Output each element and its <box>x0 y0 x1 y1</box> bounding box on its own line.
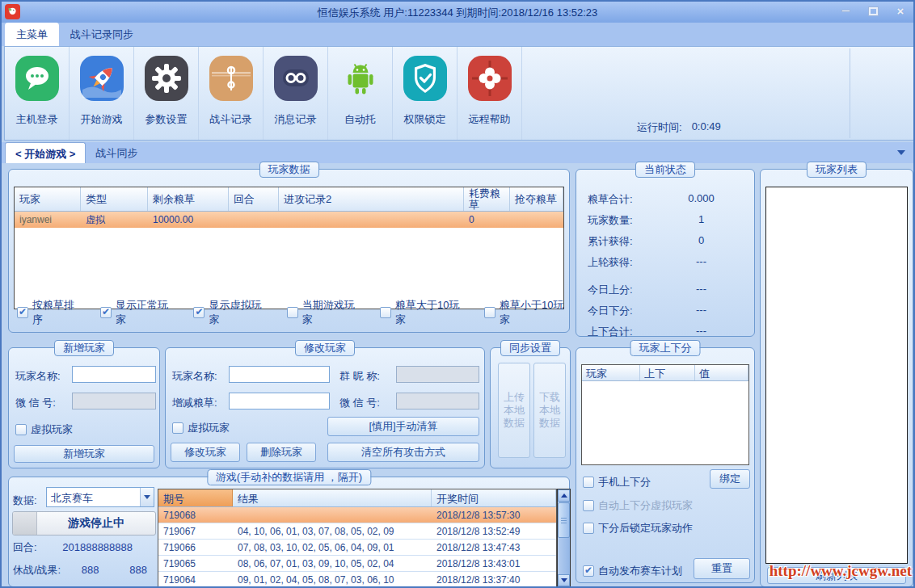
window-title: 恒信娱乐系统 用户:11223344 到期时间:2018/12/16 13:52… <box>2 6 913 20</box>
group-title: 游戏(手动补的数据请用 ，隔开) <box>207 469 371 485</box>
scroll-up-button[interactable] <box>558 489 570 502</box>
toolbar-button-rocket[interactable]: 开始游戏 <box>70 47 134 140</box>
grain-input[interactable] <box>229 393 330 410</box>
toolbar-button-help[interactable]: 远程帮助 <box>458 47 522 140</box>
checkbox-label: 下分后锁定玩家动作 <box>598 521 693 536</box>
toolbar-button-shield[interactable]: 权限锁定 <box>393 47 458 140</box>
filter-checkbox-显示正常玩家[interactable]: 显示正常玩家 <box>100 298 174 327</box>
player-listbox[interactable] <box>765 187 908 564</box>
table-row[interactable]: 71906409, 01, 02, 04, 05, 08, 07, 03, 06… <box>158 572 556 587</box>
filter-checkbox-粮草大于10玩家[interactable]: 粮草大于10玩家 <box>380 298 465 327</box>
cell: 719068 <box>158 507 233 523</box>
modify-player-button[interactable]: 修改玩家 <box>171 443 240 462</box>
titlebar: 恒信娱乐系统 用户:11223344 到期时间:2018/12/16 13:52… <box>2 2 913 23</box>
auto-virtual-updown-checkbox[interactable]: 自动上下分虚拟玩家 <box>583 498 693 513</box>
phone-updown-checkbox[interactable]: 手机上下分 <box>583 475 651 489</box>
cell: iyanwei <box>15 212 81 228</box>
toolbar-button-gear[interactable]: 参数设置 <box>134 47 199 140</box>
add-player-button[interactable]: 新增玩家 <box>14 445 154 463</box>
cell: 0 <box>464 212 510 228</box>
group-title: 修改玩家 <box>295 340 355 356</box>
header-cell: 开奖时间 <box>432 489 556 506</box>
cell <box>233 507 432 523</box>
toolbar-button-android[interactable]: 自动托 <box>328 47 393 140</box>
gear-icon <box>145 56 188 101</box>
checkbox-label: 按粮草排序 <box>32 298 81 327</box>
sub-tab-bar: < 开始游戏 >战斗同步 <box>2 142 913 163</box>
subtab-< 开始游戏 >[interactable]: < 开始游戏 > <box>5 142 86 163</box>
status-label: 今日上分: <box>588 283 656 297</box>
filter-checkbox-按粮草排序[interactable]: 按粮草排序 <box>17 298 81 327</box>
combo-dropdown-button[interactable] <box>140 488 154 506</box>
clear-attacks-button[interactable]: 清空所有攻击方式 <box>327 443 479 462</box>
checkbox-label: 粮草大于10玩家 <box>395 298 465 327</box>
status-value: --- <box>656 283 746 297</box>
cell: 2018/12/8 13:43:01 <box>432 556 556 571</box>
minimize-button[interactable] <box>839 5 852 17</box>
header-cell: 结果 <box>233 489 432 506</box>
add-player-name-input[interactable] <box>72 366 156 383</box>
bind-button[interactable]: 绑定 <box>710 469 750 489</box>
chevron-down-icon <box>144 495 150 499</box>
game-stop-button[interactable]: 游戏停止中 <box>12 511 156 536</box>
tab-战斗记录同步[interactable]: 战斗记录同步 <box>59 23 145 46</box>
table-row[interactable]: 7190682018/12/8 13:57:30 <box>158 507 556 523</box>
checkbox-icon <box>17 307 28 318</box>
scrollbar[interactable] <box>557 489 571 587</box>
filter-checkbox-显示虚拟玩家[interactable]: 显示虚拟玩家 <box>193 298 267 327</box>
close-button[interactable]: × <box>894 5 907 17</box>
manual-settle-button[interactable]: [慎用]手动清算 <box>327 417 479 436</box>
toolbar-label: 远程帮助 <box>469 112 511 127</box>
lock-after-down-checkbox[interactable]: 下分后锁定玩家动作 <box>583 521 693 536</box>
toolbar-button-chat[interactable]: 主机登录 <box>5 47 70 140</box>
scrollbar-thumb[interactable] <box>558 502 570 538</box>
status-label: 今日下分: <box>588 304 656 318</box>
runtime-display: 运行时间: 0:0:49 <box>637 120 721 135</box>
truce-label: 休战/战果: <box>13 564 61 576</box>
cell: 09, 01, 02, 04, 05, 08, 07, 03, 06, 10 <box>233 572 432 587</box>
maximize-button[interactable] <box>867 5 879 17</box>
table-row[interactable]: iyanwei虚拟10000.000 <box>15 212 563 228</box>
refresh-list-button[interactable]: 刷新列表 <box>767 567 906 584</box>
filter-checkbox-当期游戏玩家[interactable]: 当期游戏玩家 <box>287 298 361 327</box>
arrow-up-icon <box>561 494 567 498</box>
status-value: 0.000 <box>656 192 746 207</box>
round-row: 回合: 201888888888 <box>13 540 133 555</box>
game-group: 游戏(手动补的数据请用 ，隔开) 数据: 北京赛车 游戏停止中 回合: 2018… <box>8 477 570 587</box>
checkbox-icon <box>380 307 391 318</box>
header-cell: 耗费粮草 <box>464 187 510 211</box>
subtab-战斗同步[interactable]: 战斗同步 <box>86 142 147 163</box>
checkbox-icon <box>484 307 495 318</box>
toolbar-button-robot[interactable]: 消息记录 <box>264 47 328 140</box>
minimize-icon <box>841 10 850 12</box>
scroll-down-button[interactable] <box>558 574 570 586</box>
add-player-wechat-input <box>72 393 156 410</box>
header-cell: 回合 <box>229 187 279 211</box>
add-virtual-player-checkbox[interactable]: 虚拟玩家 <box>15 422 73 437</box>
table-row[interactable]: 71906508, 06, 07, 01, 03, 09, 10, 05, 02… <box>158 556 556 572</box>
delete-player-button[interactable]: 删除玩家 <box>247 443 316 462</box>
table-row[interactable]: 71906704, 10, 06, 01, 03, 07, 08, 05, 02… <box>158 523 556 540</box>
checkbox-label: 显示正常玩家 <box>116 298 174 327</box>
reset-button[interactable]: 重置 <box>694 558 750 579</box>
game-select[interactable]: 北京赛车 <box>46 487 154 507</box>
robot-icon <box>274 56 318 101</box>
download-local-data-button[interactable]: 下载本地数据 <box>533 363 566 458</box>
status-value: 1 <box>656 213 746 228</box>
upload-local-data-button[interactable]: 上传本地数据 <box>498 363 530 458</box>
wechat-label: 微 信 号: <box>15 396 56 410</box>
player-data-group: 玩家数据 玩家类型剩余粮草回合进攻记录2耗费粮草抢夺粮草 iyanwei虚拟10… <box>8 169 570 333</box>
modify-player-group: 修改玩家 玩家名称: 群 昵 称: 增减粮草: 微 信 号: 虚拟玩家 [慎用]… <box>165 347 485 468</box>
auto-publish-plan-checkbox[interactable]: 自动发布赛车计划 <box>583 564 682 578</box>
updown-table[interactable]: 玩家上下值 <box>581 364 749 465</box>
modify-virtual-player-checkbox[interactable]: 虚拟玩家 <box>172 421 230 435</box>
filter-checkbox-粮草小于10玩家[interactable]: 粮草小于10玩家 <box>484 298 569 327</box>
table-row[interactable]: 71906607, 08, 03, 10, 02, 05, 06, 04, 09… <box>158 540 556 556</box>
tab-主菜单[interactable]: 主菜单 <box>5 23 59 46</box>
toolbar-button-route[interactable]: 战斗记录 <box>199 47 264 140</box>
cell <box>279 212 464 228</box>
status-label: 玩家数量: <box>588 213 656 228</box>
chevron-down-icon[interactable] <box>897 150 905 155</box>
game-select-value: 北京赛车 <box>47 488 140 506</box>
modify-player-name-input[interactable] <box>229 366 330 383</box>
